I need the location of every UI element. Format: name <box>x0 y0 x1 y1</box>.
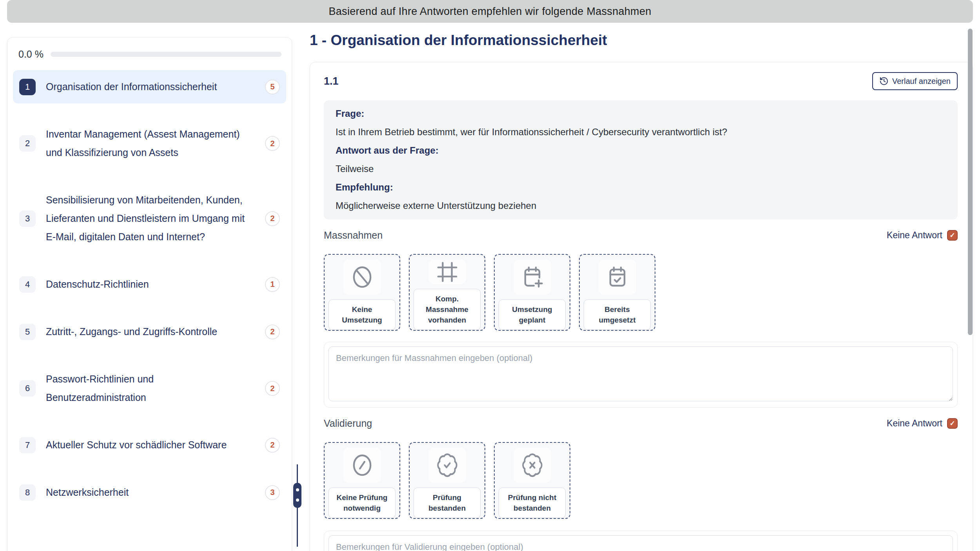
option-label: Keine Prüfung notwendig <box>328 488 396 518</box>
item-label: Inventar Management (Assest Management) … <box>46 125 255 162</box>
scrollbar-thumb[interactable] <box>968 29 973 335</box>
handle-dot <box>296 488 299 491</box>
item-badge: 2 <box>265 381 280 396</box>
antwort-label: Antwort aus der Frage: <box>336 141 946 160</box>
sidebar-item-7[interactable]: 7 Aktueller Schutz vor schädlicher Softw… <box>13 428 286 462</box>
sidebar-item-3[interactable]: 3 Sensibilisierung von Mitarbeitenden, K… <box>13 183 286 254</box>
handle-dot <box>296 498 299 502</box>
option-umsetzung-geplant[interactable]: Umsetzung geplant <box>494 254 570 331</box>
ban-icon <box>343 259 381 295</box>
option-keine-umsetzung[interactable]: Keine Umsetzung <box>324 254 400 331</box>
frame-icon <box>428 259 466 284</box>
option-label: Bereits umgesetzt <box>584 299 651 330</box>
keine-antwort-checkbox[interactable]: ✓ <box>947 418 958 429</box>
empfehlung-label: Empfehlung: <box>336 178 946 196</box>
sidebar-item-6[interactable]: 6 Passwort-Richtlinien und Benutzeradmin… <box>13 362 286 414</box>
option-pruefung-bestanden[interactable]: Prüfung bestanden <box>409 442 485 519</box>
option-label: Umsetzung geplant <box>499 299 566 330</box>
history-button-label: Verlauf anzeigen <box>892 77 951 86</box>
item-label: Aktueller Schutz vor schädlicher Softwar… <box>46 436 255 454</box>
progress-bar <box>51 52 281 57</box>
item-number: 1 <box>19 79 36 95</box>
slash-circle-icon <box>343 448 381 483</box>
item-number: 8 <box>19 484 36 501</box>
calendar-check-icon <box>599 259 636 295</box>
item-label: Sensibilisierung von Mitarbeitenden, Kun… <box>46 191 255 246</box>
sidebar-item-8[interactable]: 8 Netzwerksicherheit 3 <box>13 476 286 509</box>
progress-label: 0.0 % <box>18 49 44 60</box>
item-label: Netzwerksicherheit <box>46 483 255 502</box>
keine-antwort-label: Keine Antwort <box>887 418 942 429</box>
item-badge: 2 <box>265 211 280 226</box>
check-icon: ✓ <box>949 419 955 428</box>
card-head: 1.1 Verlauf anzeigen <box>324 72 958 92</box>
massnahmen-keine-antwort: Keine Antwort ✓ <box>887 230 958 241</box>
sidebar: 0.0 % 1 Organisation der Informationssic… <box>7 37 292 551</box>
option-label: Prüfung bestanden <box>414 488 481 518</box>
massnahmen-header: Massnahmen Keine Antwort ✓ <box>324 228 958 242</box>
badge-check-icon <box>428 448 466 483</box>
option-komp-massnahme[interactable]: Komp. Massnahme vorhanden <box>409 254 485 331</box>
item-badge: 2 <box>265 324 280 339</box>
option-bereits-umgesetzt[interactable]: Bereits umgesetzt <box>579 254 655 331</box>
page: Basierend auf Ihre Antworten empfehlen w… <box>0 0 980 551</box>
item-badge: 2 <box>265 136 280 151</box>
item-badge: 2 <box>265 438 280 453</box>
item-number: 3 <box>19 210 36 227</box>
check-icon: ✓ <box>949 231 955 239</box>
validierung-comment-wrap <box>324 531 958 551</box>
question-number: 1.1 <box>324 72 339 87</box>
antwort-text: Teilweise <box>336 160 946 178</box>
item-label: Passwort-Richtlinien und Benutzeradminis… <box>46 370 255 407</box>
question-card: 1.1 Verlauf anzeigen Frage: Ist in Ihrem… <box>310 62 973 551</box>
calendar-plus-icon <box>514 259 551 295</box>
badge-x-icon <box>514 448 551 483</box>
item-number: 6 <box>19 380 36 397</box>
page-title: 1 - Organisation der Informationssicherh… <box>310 32 607 49</box>
item-label: Datenschutz-Richtlinien <box>46 275 255 294</box>
massnahmen-label: Massnahmen <box>324 230 383 241</box>
history-button[interactable]: Verlauf anzeigen <box>872 72 958 90</box>
item-label: Zutritt-, Zugangs- und Zugriffs-Kontroll… <box>46 323 255 341</box>
banner-text: Basierend auf Ihre Antworten empfehlen w… <box>328 5 651 18</box>
item-badge: 3 <box>265 485 280 500</box>
keine-antwort-checkbox[interactable]: ✓ <box>947 230 958 241</box>
sidebar-item-5[interactable]: 5 Zutritt-, Zugangs- und Zugriffs-Kontro… <box>13 315 286 348</box>
item-number: 5 <box>19 324 36 340</box>
item-number: 4 <box>19 276 36 293</box>
validierung-label: Validierung <box>324 418 372 429</box>
sidebar-resize-handle[interactable] <box>293 483 301 508</box>
option-pruefung-nicht-bestanden[interactable]: Prüfung nicht bestanden <box>494 442 570 519</box>
massnahmen-comment-input[interactable] <box>328 346 953 401</box>
empfehlung-text: Möglicherweise externe Unterstützung bez… <box>336 196 946 215</box>
option-label: Keine Umsetzung <box>328 299 396 330</box>
validierung-comment-input[interactable] <box>328 535 953 551</box>
history-icon <box>879 76 889 86</box>
item-number: 7 <box>19 437 36 453</box>
option-label: Prüfung nicht bestanden <box>499 488 566 518</box>
item-number: 2 <box>19 135 36 152</box>
item-label: Organisation der Informationssicherheit <box>46 78 255 96</box>
option-label: Komp. Massnahme vorhanden <box>414 289 481 330</box>
sidebar-item-4[interactable]: 4 Datenschutz-Richtlinien 1 <box>13 268 286 301</box>
validierung-header: Validierung Keine Antwort ✓ <box>324 416 958 430</box>
frage-label: Frage: <box>336 104 946 123</box>
item-badge: 5 <box>265 80 280 94</box>
massnahmen-comment-wrap <box>324 342 958 408</box>
item-badge: 1 <box>265 277 280 292</box>
keine-antwort-label: Keine Antwort <box>887 230 942 241</box>
qa-box: Frage: Ist in Ihrem Betrieb bestimmt, we… <box>324 100 958 219</box>
sidebar-nav: 1 Organisation der Informationssicherhei… <box>13 70 286 509</box>
sidebar-item-1[interactable]: 1 Organisation der Informationssicherhei… <box>13 70 286 103</box>
progress-row: 0.0 % <box>13 45 286 60</box>
validierung-options: Keine Prüfung notwendig Prüfung bestande… <box>324 442 958 519</box>
banner: Basierend auf Ihre Antworten empfehlen w… <box>7 0 973 23</box>
validierung-keine-antwort: Keine Antwort ✓ <box>887 418 958 429</box>
massnahmen-options: Keine Umsetzung Komp. Massnahme vorhande… <box>324 254 958 331</box>
option-keine-pruefung[interactable]: Keine Prüfung notwendig <box>324 442 400 519</box>
sidebar-item-2[interactable]: 2 Inventar Management (Assest Management… <box>13 118 286 169</box>
frage-text: Ist in Ihrem Betrieb bestimmt, wer für I… <box>336 123 946 141</box>
